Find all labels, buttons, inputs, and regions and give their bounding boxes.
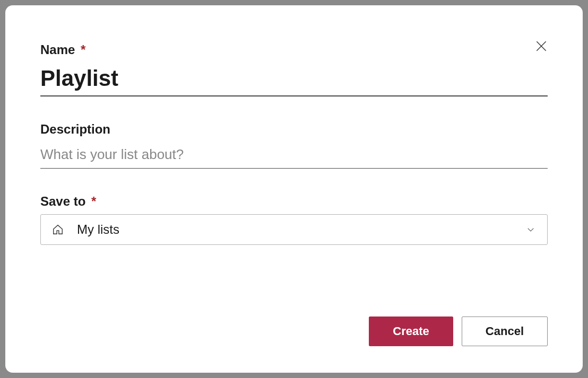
dialog-actions: Create Cancel xyxy=(369,317,548,346)
save-to-dropdown[interactable]: My lists xyxy=(40,214,548,245)
required-mark: * xyxy=(81,42,85,57)
save-to-label-text: Save to xyxy=(40,194,85,208)
name-label: Name * xyxy=(40,42,548,57)
create-button[interactable]: Create xyxy=(369,317,453,346)
name-field-group: Name * xyxy=(40,42,548,96)
home-icon xyxy=(51,223,64,236)
save-to-field-group: Save to * My lists xyxy=(40,194,548,245)
save-to-selected: My lists xyxy=(77,222,525,237)
description-input[interactable] xyxy=(40,142,548,169)
save-to-label: Save to * xyxy=(40,194,548,209)
chevron-down-icon xyxy=(525,224,537,235)
name-input[interactable] xyxy=(40,63,548,96)
required-mark: * xyxy=(91,194,96,208)
close-icon xyxy=(534,39,548,55)
create-list-dialog: Name * Description Save to * My lists Cr… xyxy=(5,5,583,373)
description-label: Description xyxy=(40,122,548,137)
description-field-group: Description xyxy=(40,122,548,169)
close-button[interactable] xyxy=(532,37,551,56)
name-label-text: Name xyxy=(40,42,75,57)
cancel-button[interactable]: Cancel xyxy=(462,317,548,346)
